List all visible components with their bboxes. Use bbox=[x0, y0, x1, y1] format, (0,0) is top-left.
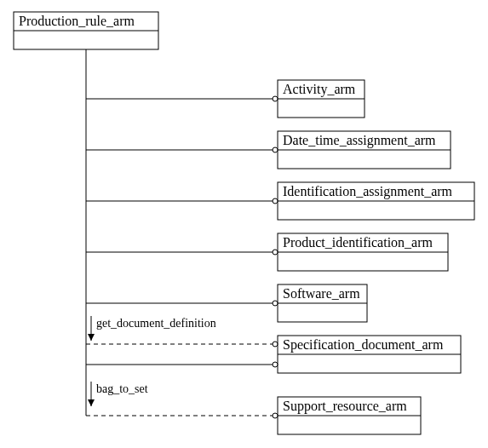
root-module-box: Production_rule_arm bbox=[14, 12, 158, 49]
connector-circle bbox=[273, 198, 278, 204]
arrowhead-icon bbox=[88, 399, 95, 406]
module-dependency-diagram: Production_rule_arm Activity_arm Date_ti… bbox=[0, 0, 488, 448]
child-module-label: Activity_arm bbox=[283, 82, 356, 97]
child-module-label: Support_resource_arm bbox=[283, 399, 407, 414]
root-module-label: Production_rule_arm bbox=[19, 14, 135, 28]
child-module-activity: Activity_arm bbox=[278, 80, 365, 118]
arrowhead-icon bbox=[88, 334, 95, 341]
connector-circle bbox=[273, 147, 278, 152]
connector-circle bbox=[273, 301, 278, 306]
reference-label-bag-to-set: bag_to_set bbox=[96, 382, 148, 395]
child-module-software: Software_arm bbox=[278, 284, 367, 322]
connector-circle bbox=[273, 342, 278, 347]
child-module-label: Specification_document_arm bbox=[283, 337, 444, 353]
child-module-label: Date_time_assignment_arm bbox=[283, 133, 436, 148]
child-module-date-time: Date_time_assignment_arm bbox=[278, 131, 451, 169]
connector-circle bbox=[273, 96, 278, 101]
child-module-specification-document: Specification_document_arm bbox=[278, 336, 461, 373]
reference-label-get-document-definition: get_document_definition bbox=[96, 317, 216, 330]
child-module-support-resource: Support_resource_arm bbox=[278, 397, 421, 434]
child-module-product-identification: Product_identification_arm bbox=[278, 233, 448, 271]
child-module-identification: Identification_assignment_arm bbox=[278, 182, 474, 220]
child-module-label: Product_identification_arm bbox=[283, 235, 433, 250]
connector-circle bbox=[273, 250, 278, 255]
connector-circle bbox=[273, 413, 278, 418]
child-module-label: Identification_assignment_arm bbox=[283, 184, 453, 199]
child-module-label: Software_arm bbox=[283, 286, 360, 301]
connector-circle bbox=[273, 362, 278, 367]
